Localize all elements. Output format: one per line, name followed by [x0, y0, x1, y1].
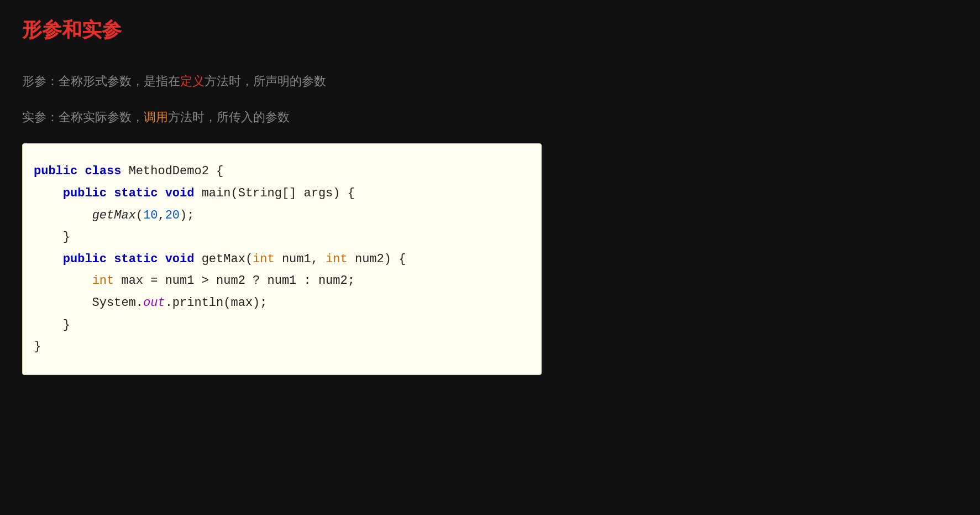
formal-param-text-before: 形参：全称形式参数，是指在 [22, 74, 180, 88]
code-line-15: } [34, 336, 525, 358]
formal-param-text-after: 方法时，所声明的参数 [205, 74, 326, 88]
page-title: 形参和实参 [22, 17, 958, 44]
formal-param-highlight: 定义 [180, 74, 205, 88]
formal-param-text: 形参：全称形式参数，是指在定义方法时，所声明的参数 [22, 74, 326, 88]
actual-param-text: 实参：全称实际参数，调用方法时，所传入的参数 [22, 110, 290, 124]
code-line-12: System.out.println(max); [34, 292, 525, 314]
code-line-6: } [34, 226, 525, 248]
actual-param-text-before: 实参：全称实际参数， [22, 110, 144, 124]
code-block: public class MethodDemo2 { public static… [22, 143, 542, 374]
code-line-1: public class MethodDemo2 { [34, 160, 525, 183]
formal-param-description: 形参：全称形式参数，是指在定义方法时，所声明的参数 [22, 71, 958, 91]
code-line-10: int max = num1 > num2 ? num1 : num2; [34, 270, 525, 292]
code-line-4: getMax(10,20); [34, 205, 525, 227]
actual-param-highlight: 调用 [144, 110, 168, 124]
code-line-14: } [34, 314, 525, 336]
actual-param-description: 实参：全称实际参数，调用方法时，所传入的参数 [22, 107, 958, 127]
page-container: 形参和实参 形参：全称形式参数，是指在定义方法时，所声明的参数 实参：全称实际参… [0, 0, 980, 515]
code-line-2: public static void main(String[] args) { [34, 183, 525, 205]
code-line-8: public static void getMax(int num1, int … [34, 248, 525, 270]
actual-param-text-after: 方法时，所传入的参数 [168, 110, 290, 124]
